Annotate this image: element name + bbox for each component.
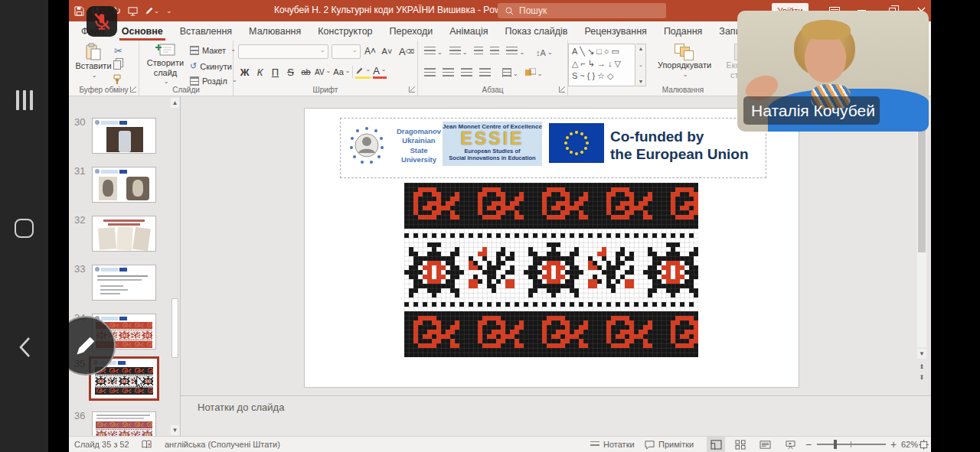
thumbnail-scroll-up-icon[interactable]: ▲ — [171, 98, 179, 108]
thumbnail-pattern-36 — [96, 421, 152, 436]
zoom-in-button[interactable]: + — [890, 437, 897, 452]
notes-toggle[interactable]: Нотатки — [590, 437, 635, 452]
tab-slideshow[interactable]: Показ слайдів — [497, 21, 577, 41]
zoom-slider[interactable] — [817, 437, 886, 452]
columns-button[interactable] — [502, 67, 518, 80]
arrange-dropdown[interactable] — [681, 70, 688, 80]
notes-pane[interactable]: Нотатки до слайда — [181, 395, 931, 436]
zoom-slider-thumb[interactable] — [834, 440, 837, 449]
zoom-level[interactable]: 62% — [901, 437, 918, 452]
highlight-color-button[interactable] — [355, 65, 371, 79]
grow-font-button[interactable]: А˄ — [364, 44, 377, 58]
search-input[interactable]: Пошук — [498, 3, 666, 18]
tab-home[interactable]: Основне — [113, 21, 172, 41]
numbering-button[interactable] — [449, 45, 468, 59]
view-slide-sorter-button[interactable] — [731, 437, 750, 452]
previous-slide-button[interactable]: ▲▲ — [917, 361, 926, 371]
arrange-button[interactable]: Упорядкувати — [654, 44, 715, 80]
view-reading-button[interactable] — [756, 437, 774, 452]
thumbnail-slide-30[interactable] — [92, 118, 156, 154]
android-home-button[interactable] — [0, 208, 48, 248]
tab-transitions[interactable]: Переходи — [381, 21, 442, 41]
clear-formatting-button[interactable]: A⌫ — [399, 44, 414, 58]
qat-more-icon[interactable]: ⌄ — [166, 7, 172, 15]
underline-button[interactable]: П — [269, 65, 282, 79]
spellcheck-icon[interactable] — [142, 437, 152, 452]
android-recents-button[interactable] — [0, 80, 48, 120]
home-icon — [15, 219, 34, 238]
thumbnail-scroll-down-icon[interactable]: ▼ — [171, 425, 179, 435]
zoom-out-button[interactable]: − — [805, 437, 812, 452]
thumbnail-scrollbar-thumb[interactable] — [172, 298, 178, 358]
align-center-button[interactable] — [443, 67, 454, 80]
android-nav-bar — [0, 0, 48, 452]
subscript-button[interactable]: ab — [299, 65, 312, 79]
shapes-row-3: S~{}☆◇ — [572, 70, 632, 83]
clipboard-icon — [85, 43, 102, 61]
view-slideshow-button[interactable] — [781, 437, 799, 452]
save-icon[interactable] — [74, 6, 84, 16]
decrease-indent-button[interactable] — [474, 45, 483, 59]
font-color-button[interactable]: А — [373, 65, 386, 79]
tab-view[interactable]: Подання — [655, 21, 710, 41]
new-slide-button[interactable]: Створити слайд — [144, 43, 187, 87]
layout-button[interactable]: Макет — [190, 46, 236, 55]
paste-button[interactable]: Вставити — [77, 43, 110, 80]
shapes-gallery[interactable]: A╲↘□○▭ △⌐↳→↓▽ S~{}☆◇ — [568, 44, 635, 86]
increase-indent-button[interactable] — [490, 45, 499, 59]
character-spacing-button[interactable]: AV — [315, 65, 331, 79]
cut-icon[interactable]: ✂ — [112, 44, 125, 57]
thumbnail-slide-36[interactable] — [92, 411, 156, 436]
fit-slide-button[interactable] — [919, 437, 929, 452]
android-back-button[interactable] — [0, 327, 48, 367]
notes-icon — [590, 441, 599, 448]
font-name-combo[interactable] — [238, 44, 328, 59]
align-left-button[interactable] — [424, 67, 436, 80]
tab-insert[interactable]: Вставлення — [172, 21, 240, 41]
font-dialog-launcher[interactable] — [409, 86, 415, 93]
next-slide-button[interactable]: ▼▼ — [917, 372, 926, 382]
change-case-button[interactable]: Aa — [333, 65, 350, 79]
section-button[interactable]: Розділ — [190, 76, 237, 86]
paste-label: Вставити — [75, 61, 111, 71]
bullets-button[interactable] — [424, 45, 443, 59]
align-right-button[interactable] — [461, 67, 472, 80]
paste-dropdown[interactable] — [90, 71, 97, 81]
bold-button[interactable]: Ж — [238, 65, 251, 79]
smartart-button[interactable] — [525, 67, 543, 80]
line-spacing-button[interactable] — [506, 45, 524, 59]
section-icon — [190, 76, 199, 86]
scroll-down-icon[interactable]: ▼ — [917, 349, 926, 359]
shrink-font-button[interactable]: А˅ — [381, 44, 394, 58]
slide-scrollbar[interactable] — [917, 98, 926, 347]
tab-review[interactable]: Рецензування — [576, 21, 655, 41]
italic-button[interactable]: К — [253, 65, 266, 79]
mic-muted-badge[interactable] — [87, 6, 117, 37]
slide-canvas[interactable]: Dragomanov Ukrainian State University Je… — [304, 108, 799, 388]
view-normal-button[interactable] — [707, 437, 725, 452]
notes-placeholder: Нотатки до слайда — [198, 402, 284, 413]
thumbnail-slide-31[interactable] — [92, 167, 156, 203]
shapes-gallery-scroll[interactable]: ▲⌄▼ — [636, 44, 646, 86]
clipboard-dialog-launcher[interactable] — [130, 86, 136, 93]
webcam-video: Наталія Кочубей — [737, 11, 929, 132]
copy-icon[interactable] — [113, 60, 121, 70]
tab-design[interactable]: Конструктор — [309, 21, 381, 41]
thumbnail-slide-32[interactable] — [92, 216, 156, 252]
strikethrough-button[interactable]: S — [284, 65, 297, 79]
slide-header-placeholder[interactable]: Dragomanov Ukrainian State University Je… — [340, 118, 766, 178]
ink-icon[interactable]: ⌄ — [145, 6, 159, 15]
reset-button[interactable]: ↺Скинути — [190, 61, 232, 71]
text-direction-button[interactable]: ↕A — [536, 45, 553, 59]
comments-toggle[interactable]: Примітки — [645, 437, 694, 452]
tab-animations[interactable]: Анімація — [441, 21, 496, 41]
embroidery-pattern-image[interactable] — [404, 183, 698, 357]
justify-button[interactable] — [479, 67, 491, 80]
present-icon[interactable] — [128, 6, 138, 16]
language-indicator[interactable]: англійська (Сполучені Штати) — [165, 437, 280, 452]
thumbnail-slide-33[interactable] — [92, 265, 156, 301]
font-size-combo[interactable] — [332, 44, 361, 59]
thumbnail-scrollbar[interactable]: ▲ ▼ — [171, 98, 179, 108]
tab-draw[interactable]: Малювання — [240, 21, 309, 41]
paragraph-dialog-launcher[interactable] — [559, 86, 565, 93]
